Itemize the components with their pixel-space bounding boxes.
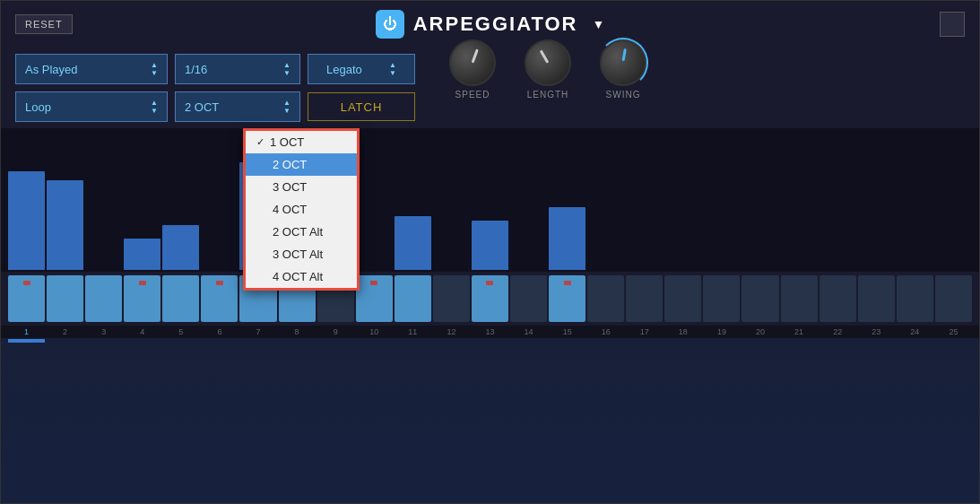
swing-knob[interactable] bbox=[600, 39, 646, 86]
dropdown-item[interactable]: 2 OCT bbox=[246, 153, 357, 176]
step-number: 2 bbox=[47, 327, 83, 336]
step-number: 20 bbox=[742, 327, 778, 336]
corner-button[interactable] bbox=[940, 12, 965, 37]
step-button[interactable] bbox=[897, 275, 933, 322]
step-number: 10 bbox=[356, 327, 393, 336]
step-dot bbox=[216, 281, 223, 285]
step-button[interactable] bbox=[587, 275, 624, 322]
step-button[interactable] bbox=[858, 275, 895, 322]
rate-select[interactable]: 1/16 ▲▼ bbox=[175, 54, 300, 84]
speed-knob[interactable] bbox=[449, 39, 496, 86]
step-number: 11 bbox=[395, 327, 431, 336]
length-knob[interactable] bbox=[525, 39, 571, 86]
step-number: 14 bbox=[510, 327, 547, 336]
legato-arrows: ▲▼ bbox=[389, 61, 396, 77]
reset-button[interactable]: RESET bbox=[15, 14, 73, 34]
step-number: 18 bbox=[664, 327, 701, 336]
step-button[interactable] bbox=[472, 275, 508, 322]
bar bbox=[472, 221, 508, 270]
legato-button[interactable]: Legato ▲▼ bbox=[308, 54, 415, 84]
step-indicator bbox=[201, 339, 238, 343]
step-button[interactable] bbox=[935, 275, 972, 322]
swing-ring bbox=[598, 38, 648, 88]
mode-arrows: ▲▼ bbox=[151, 61, 158, 77]
step-button[interactable] bbox=[47, 275, 83, 322]
loop-label: Loop bbox=[25, 100, 51, 114]
swing-label: SWING bbox=[606, 90, 641, 100]
step-indicator bbox=[664, 339, 701, 343]
bar bbox=[124, 239, 160, 270]
legato-label: Legato bbox=[326, 63, 362, 76]
step-number: 13 bbox=[472, 327, 508, 336]
step-button[interactable] bbox=[703, 275, 740, 322]
step-indicator bbox=[742, 339, 778, 343]
oct-label: 2 OCT bbox=[185, 100, 219, 114]
bar bbox=[47, 180, 83, 270]
step-indicator bbox=[858, 339, 895, 343]
step-button[interactable] bbox=[781, 275, 818, 322]
step-indicator bbox=[935, 339, 972, 343]
step-indicator bbox=[433, 339, 470, 343]
step-button[interactable] bbox=[820, 275, 856, 322]
step-button[interactable] bbox=[664, 275, 701, 322]
loop-select[interactable]: Loop ▲▼ bbox=[15, 91, 168, 122]
step-button[interactable] bbox=[626, 275, 663, 322]
step-button[interactable] bbox=[742, 275, 778, 322]
step-number: 1 bbox=[8, 327, 45, 336]
step-indicator bbox=[510, 339, 547, 343]
step-button[interactable] bbox=[124, 275, 160, 322]
step-button[interactable] bbox=[549, 275, 585, 322]
step-number: 21 bbox=[781, 327, 818, 336]
step-number: 9 bbox=[317, 327, 354, 336]
steps-row bbox=[1, 272, 979, 326]
step-number: 8 bbox=[279, 327, 316, 336]
step-indicator bbox=[395, 339, 431, 343]
mode-select[interactable]: As Played ▲▼ bbox=[15, 54, 168, 84]
step-dot bbox=[139, 281, 146, 285]
step-number: 15 bbox=[549, 327, 585, 336]
title-dropdown-arrow[interactable]: ▼ bbox=[592, 17, 604, 31]
bars-area bbox=[1, 128, 979, 272]
mode-label: As Played bbox=[25, 63, 78, 76]
step-number: 6 bbox=[201, 327, 238, 336]
latch-button[interactable]: LATCH bbox=[308, 92, 415, 121]
step-button[interactable] bbox=[433, 275, 470, 322]
power-button[interactable]: ⏻ bbox=[376, 10, 404, 39]
step-indicator bbox=[85, 339, 122, 343]
step-dot bbox=[564, 281, 571, 285]
header-title: ⏻ ARPEGGIATOR ▼ bbox=[376, 10, 605, 39]
step-indicator bbox=[356, 339, 393, 343]
step-indicator bbox=[897, 339, 933, 343]
speed-label: SPEED bbox=[455, 90, 490, 100]
step-indicator bbox=[124, 339, 160, 343]
rate-arrows: ▲▼ bbox=[283, 61, 291, 77]
step-button[interactable] bbox=[162, 275, 199, 322]
dropdown-item[interactable]: 3 OCT Alt bbox=[246, 243, 357, 265]
step-button[interactable] bbox=[85, 275, 122, 322]
step-indicator bbox=[549, 339, 585, 343]
step-indicator bbox=[472, 339, 508, 343]
oct-arrows: ▲▼ bbox=[283, 99, 291, 115]
bar bbox=[8, 171, 45, 270]
controls-row-1: As Played ▲▼ 1/16 ▲▼ Legato ▲▼ SPEED LEN… bbox=[1, 48, 979, 91]
step-button[interactable] bbox=[510, 275, 547, 322]
speed-knob-container: SPEED bbox=[449, 39, 496, 100]
step-number: 22 bbox=[820, 327, 856, 336]
step-button[interactable] bbox=[395, 275, 431, 322]
oct-select[interactable]: 2 OCT ▲▼ bbox=[175, 91, 300, 122]
step-number: 24 bbox=[897, 327, 933, 336]
dropdown-item[interactable]: 1 OCT bbox=[246, 131, 357, 153]
step-button[interactable] bbox=[201, 275, 238, 322]
dropdown-item[interactable]: 4 OCT Alt bbox=[246, 265, 357, 288]
step-number: 3 bbox=[85, 327, 122, 336]
bars-container bbox=[1, 135, 979, 270]
step-number: 19 bbox=[703, 327, 740, 336]
step-button[interactable] bbox=[8, 275, 45, 322]
step-button[interactable] bbox=[356, 275, 393, 322]
dropdown-item[interactable]: 2 OCT Alt bbox=[246, 221, 357, 243]
app-container: RESET ⏻ ARPEGGIATOR ▼ As Played ▲▼ 1/16 … bbox=[0, 0, 980, 504]
dropdown-item[interactable]: 3 OCT bbox=[246, 176, 357, 198]
step-indicator bbox=[47, 339, 83, 343]
rate-label: 1/16 bbox=[185, 63, 207, 76]
dropdown-item[interactable]: 4 OCT bbox=[246, 198, 357, 221]
